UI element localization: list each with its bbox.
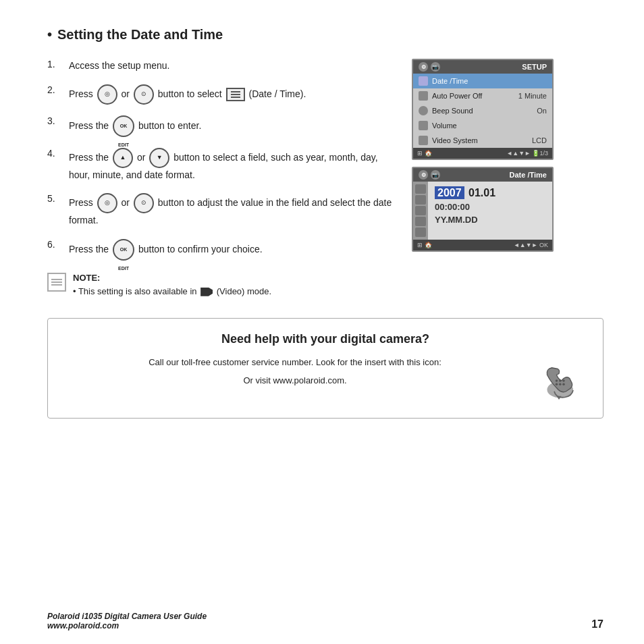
- beep-icon: [419, 106, 428, 115]
- dt-sidebar-3: [415, 206, 426, 215]
- note-section: NOTE: • This setting is also available i…: [47, 271, 398, 298]
- nav-down-icon: ▼: [149, 148, 169, 168]
- setup-footer-icons: ⊞ 🏠: [417, 150, 432, 157]
- page-number: 17: [591, 618, 603, 630]
- datetime-label: Date /Time: [432, 77, 543, 85]
- note-icon: [47, 273, 66, 292]
- ok-button-icon: OKEDIT: [113, 115, 134, 137]
- dt-icon-cam: 📷: [431, 170, 440, 180]
- dt-footer-icons: ⊞ 🏠: [417, 242, 432, 248]
- dt-title: Date /Time: [510, 171, 547, 179]
- dt-content: 2007 01.01 00:00:00 YY.MM.DD: [428, 182, 552, 240]
- note-label: NOTE:: [73, 273, 100, 283]
- step-4: 4. Press the ▲ or ▼ button to select a f…: [47, 148, 398, 183]
- step-4-text: Press the ▲ or ▼ button to select a fiel…: [69, 148, 398, 183]
- nav-icon-right2: ⊙: [134, 193, 154, 213]
- footer-left: Polaroid i1035 Digital Camera User Guide…: [47, 612, 207, 630]
- video-icon: [419, 136, 428, 145]
- help-visit-text: Or visit www.polaroid.com.: [68, 375, 522, 385]
- step-6-num: 6.: [47, 239, 63, 250]
- setup-screen-body: Date /Time Auto Power Off 1 Minute Beep …: [413, 74, 552, 148]
- step-5: 5. Press ◎ or ⊙ button to adjust the val…: [47, 193, 398, 228]
- svg-point-5: [559, 383, 562, 386]
- section-heading: Setting the Date and Time: [57, 27, 223, 43]
- setup-icon-cam: 📷: [431, 62, 440, 72]
- volume-label: Volume: [432, 122, 543, 130]
- dt-date-value: 2007 01.01: [435, 187, 545, 199]
- svg-point-4: [556, 383, 558, 386]
- step-1-num: 1.: [47, 59, 63, 70]
- nav-icon-right: ⊙: [134, 84, 154, 105]
- help-text-area: Call our toll-free customer service numb…: [68, 357, 522, 385]
- dt-date-rest: 01.01: [468, 187, 495, 198]
- setup-title: SETUP: [522, 63, 547, 71]
- datetime-screen-footer: ⊞ 🏠 ◄▲▼► OK: [413, 240, 552, 250]
- svg-point-2: [559, 379, 562, 382]
- setup-screen: ⚙ 📷 SETUP Date /Time Auto Powe: [412, 59, 554, 160]
- svg-point-6: [562, 383, 565, 386]
- svg-point-1: [556, 379, 558, 382]
- step-3-num: 3.: [47, 115, 63, 126]
- dt-sidebar-4: [415, 217, 426, 226]
- setup-footer-page: ◄▲▼► 🔋1/3: [506, 150, 548, 157]
- setup-header-icons: ⚙ 📷: [419, 62, 440, 72]
- datetime-screen: ⚙ 📷 Date /Time 2007: [412, 167, 554, 252]
- instructions: 1. Access the setup menu. 2. Press ◎ or …: [47, 59, 398, 298]
- dt-sidebar-1: [415, 184, 426, 194]
- dt-format-value: YY.MM.DD: [435, 215, 545, 225]
- setup-footer-nav: ⊞ 🏠: [417, 150, 432, 157]
- help-call-text: Call our toll-free customer service numb…: [68, 357, 522, 367]
- step-5-num: 5.: [47, 193, 63, 204]
- footer-url: www.polaroid.com: [47, 621, 207, 630]
- step-1-text: Access the setup menu.: [69, 59, 169, 74]
- step-6-text: Press the OKEDIT button to confirm your …: [69, 239, 263, 261]
- svg-point-3: [562, 379, 565, 382]
- phone-svg: [535, 357, 583, 404]
- content-area: 1. Access the setup menu. 2. Press ◎ or …: [47, 59, 603, 298]
- step-2: 2. Press ◎ or ⊙ button to select (Date /…: [47, 84, 398, 105]
- step-1: 1. Access the setup menu.: [47, 59, 398, 74]
- power-icon: [419, 91, 428, 101]
- date-menu-icon: [226, 88, 245, 101]
- help-title: Need help with your digital camera?: [221, 332, 429, 346]
- video-value: LCD: [532, 136, 547, 144]
- help-box: Need help with your digital camera? Call…: [47, 318, 603, 419]
- setup-icon-gear: ⚙: [419, 62, 428, 72]
- setup-screen-header: ⚙ 📷 SETUP: [413, 60, 552, 74]
- setup-row-video: Video System LCD: [413, 133, 552, 148]
- dt-footer-controls: ◄▲▼► OK: [514, 242, 548, 248]
- dt-sidebar: [413, 182, 428, 240]
- step-2-text: Press ◎ or ⊙ button to select (Date / Ti…: [69, 84, 306, 105]
- datetime-screen-header: ⚙ 📷 Date /Time: [413, 168, 552, 182]
- dt-icon-gear: ⚙: [419, 170, 428, 180]
- step-3-text: Press the OKEDIT button to enter.: [69, 115, 201, 137]
- dt-time-value: 00:00:00: [435, 202, 545, 212]
- setup-screen-footer: ⊞ 🏠 ◄▲▼► 🔋1/3: [413, 148, 552, 159]
- datetime-screen-body: 2007 01.01 00:00:00 YY.MM.DD: [413, 182, 552, 240]
- setup-row-volume: Volume: [413, 118, 552, 133]
- step-4-num: 4.: [47, 148, 63, 159]
- setup-row-datetime: Date /Time: [413, 74, 552, 88]
- dt-footer-nav: ⊞ 🏠: [417, 242, 432, 248]
- footer-guide-title: Polaroid i1035 Digital Camera User Guide: [47, 612, 207, 621]
- beep-label: Beep Sound: [432, 107, 533, 115]
- section-title: • Setting the Date and Time: [47, 27, 603, 43]
- help-content: Call our toll-free customer service numb…: [68, 357, 583, 404]
- setup-row-power: Auto Power Off 1 Minute: [413, 88, 552, 103]
- power-label: Auto Power Off: [432, 92, 514, 100]
- step-3: 3. Press the OKEDIT button to enter.: [47, 115, 398, 137]
- step-2-num: 2.: [47, 84, 63, 95]
- step-6: 6. Press the OKEDIT button to confirm yo…: [47, 239, 398, 261]
- dt-header-icons: ⚙ 📷: [419, 170, 440, 180]
- page-footer: Polaroid i1035 Digital Camera User Guide…: [47, 612, 603, 630]
- page: • Setting the Date and Time 1. Access th…: [0, 0, 644, 644]
- dt-sidebar-5: [415, 227, 426, 237]
- step-5-text: Press ◎ or ⊙ button to adjust the value …: [69, 193, 398, 228]
- beep-value: On: [537, 107, 547, 115]
- volume-icon: [419, 121, 428, 130]
- power-value: 1 Minute: [518, 92, 547, 100]
- nav-icon-left2: ◎: [97, 193, 117, 213]
- ok-button-icon2: OKEDIT: [113, 239, 134, 261]
- video-label: Video System: [432, 136, 528, 144]
- nav-icon-left: ◎: [97, 84, 117, 105]
